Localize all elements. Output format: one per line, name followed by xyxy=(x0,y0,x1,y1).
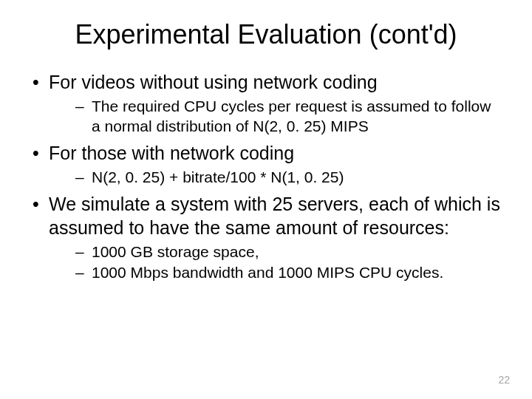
bullet-item: For videos without using network coding … xyxy=(30,71,502,136)
sub-bullet-item: N(2, 0. 25) + bitrate/100 * N(1, 0. 25) xyxy=(75,168,502,187)
bullet-text: We simulate a system with 25 servers, ea… xyxy=(49,194,500,237)
bullet-text: For those with network coding xyxy=(49,143,294,163)
bullet-text: For videos without using network coding xyxy=(49,72,378,92)
slide: Experimental Evaluation (cont'd) For vid… xyxy=(0,0,532,399)
bullet-item: We simulate a system with 25 servers, ea… xyxy=(30,193,502,282)
bullet-item: For those with network coding N(2, 0. 25… xyxy=(30,142,502,188)
sub-bullet-item: 1000 GB storage space, xyxy=(75,242,502,262)
sub-bullet-item: 1000 Mbps bandwidth and 1000 MIPS CPU cy… xyxy=(75,263,502,282)
page-number: 22 xyxy=(498,374,510,386)
bullet-list: For videos without using network coding … xyxy=(30,71,502,282)
sub-bullet-item: The required CPU cycles per request is a… xyxy=(75,97,502,136)
sub-bullet-list: The required CPU cycles per request is a… xyxy=(49,97,502,136)
sub-bullet-list: N(2, 0. 25) + bitrate/100 * N(1, 0. 25) xyxy=(49,168,502,187)
sub-bullet-list: 1000 GB storage space, 1000 Mbps bandwid… xyxy=(49,242,502,283)
slide-title: Experimental Evaluation (cont'd) xyxy=(30,19,502,50)
